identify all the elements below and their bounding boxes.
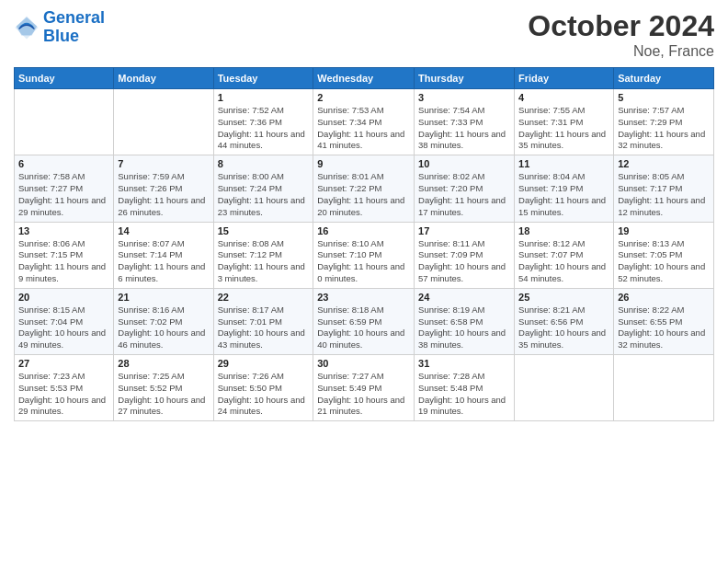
day-number: 8 xyxy=(218,158,310,169)
day-info: Sunrise: 7:28 AM Sunset: 5:48 PM Dayligh… xyxy=(418,371,510,418)
calendar-cell: 24Sunrise: 8:19 AM Sunset: 6:58 PM Dayli… xyxy=(415,288,515,354)
page: General Blue October 2024 Noe, France Su… xyxy=(0,0,728,563)
weekday-header-row: SundayMondayTuesdayWednesdayThursdayFrid… xyxy=(15,68,714,89)
calendar-cell: 15Sunrise: 8:08 AM Sunset: 7:12 PM Dayli… xyxy=(213,222,313,288)
calendar-cell xyxy=(614,355,714,421)
month-title: October 2024 xyxy=(528,9,714,43)
svg-marker-1 xyxy=(17,17,37,36)
day-info: Sunrise: 8:12 AM Sunset: 7:07 PM Dayligh… xyxy=(518,238,609,285)
calendar-cell: 7Sunrise: 7:59 AM Sunset: 7:26 PM Daylig… xyxy=(114,155,213,222)
calendar-cell: 9Sunrise: 8:01 AM Sunset: 7:22 PM Daylig… xyxy=(313,155,415,222)
calendar-cell: 12Sunrise: 8:05 AM Sunset: 7:17 PM Dayli… xyxy=(614,155,714,222)
logo: General Blue xyxy=(14,9,105,46)
day-info: Sunrise: 8:19 AM Sunset: 6:58 PM Dayligh… xyxy=(418,304,510,351)
day-number: 31 xyxy=(418,358,510,369)
week-row-4: 27Sunrise: 7:23 AM Sunset: 5:53 PM Dayli… xyxy=(15,355,714,421)
calendar-cell: 26Sunrise: 8:22 AM Sunset: 6:55 PM Dayli… xyxy=(614,288,714,354)
day-info: Sunrise: 8:22 AM Sunset: 6:55 PM Dayligh… xyxy=(618,304,710,351)
week-row-0: 1Sunrise: 7:52 AM Sunset: 7:36 PM Daylig… xyxy=(15,89,714,155)
week-row-3: 20Sunrise: 8:15 AM Sunset: 7:04 PM Dayli… xyxy=(15,288,714,354)
calendar: SundayMondayTuesdayWednesdayThursdayFrid… xyxy=(14,67,714,421)
day-info: Sunrise: 8:08 AM Sunset: 7:12 PM Dayligh… xyxy=(218,238,310,285)
day-number: 17 xyxy=(418,225,510,236)
day-number: 4 xyxy=(518,92,609,103)
day-info: Sunrise: 8:05 AM Sunset: 7:17 PM Dayligh… xyxy=(618,171,710,218)
day-number: 20 xyxy=(18,292,109,303)
day-number: 16 xyxy=(317,225,410,236)
day-info: Sunrise: 8:17 AM Sunset: 7:01 PM Dayligh… xyxy=(218,304,310,351)
day-number: 26 xyxy=(618,292,710,303)
calendar-cell: 4Sunrise: 7:55 AM Sunset: 7:31 PM Daylig… xyxy=(515,89,614,155)
calendar-cell: 21Sunrise: 8:16 AM Sunset: 7:02 PM Dayli… xyxy=(114,288,213,354)
day-number: 25 xyxy=(518,292,609,303)
calendar-cell: 22Sunrise: 8:17 AM Sunset: 7:01 PM Dayli… xyxy=(213,288,313,354)
week-row-1: 6Sunrise: 7:58 AM Sunset: 7:27 PM Daylig… xyxy=(15,155,714,222)
calendar-cell: 5Sunrise: 7:57 AM Sunset: 7:29 PM Daylig… xyxy=(614,89,714,155)
day-info: Sunrise: 8:15 AM Sunset: 7:04 PM Dayligh… xyxy=(18,304,109,351)
day-info: Sunrise: 8:02 AM Sunset: 7:20 PM Dayligh… xyxy=(418,171,510,218)
week-row-2: 13Sunrise: 8:06 AM Sunset: 7:15 PM Dayli… xyxy=(15,222,714,288)
day-info: Sunrise: 8:11 AM Sunset: 7:09 PM Dayligh… xyxy=(418,238,510,285)
day-number: 1 xyxy=(218,92,310,103)
calendar-cell xyxy=(515,355,614,421)
day-number: 2 xyxy=(317,92,410,103)
location: Noe, France xyxy=(528,43,714,60)
day-number: 10 xyxy=(418,158,510,169)
weekday-header-saturday: Saturday xyxy=(614,68,714,89)
calendar-cell: 18Sunrise: 8:12 AM Sunset: 7:07 PM Dayli… xyxy=(515,222,614,288)
logo-icon xyxy=(14,15,40,40)
day-info: Sunrise: 8:04 AM Sunset: 7:19 PM Dayligh… xyxy=(518,171,609,218)
calendar-cell: 13Sunrise: 8:06 AM Sunset: 7:15 PM Dayli… xyxy=(15,222,114,288)
calendar-cell: 28Sunrise: 7:25 AM Sunset: 5:52 PM Dayli… xyxy=(114,355,213,421)
calendar-cell: 30Sunrise: 7:27 AM Sunset: 5:49 PM Dayli… xyxy=(313,355,415,421)
header: General Blue October 2024 Noe, France xyxy=(14,9,714,60)
day-info: Sunrise: 7:52 AM Sunset: 7:36 PM Dayligh… xyxy=(218,105,310,152)
day-info: Sunrise: 7:23 AM Sunset: 5:53 PM Dayligh… xyxy=(18,371,109,418)
calendar-cell xyxy=(15,89,114,155)
weekday-header-monday: Monday xyxy=(114,68,213,89)
day-info: Sunrise: 8:18 AM Sunset: 6:59 PM Dayligh… xyxy=(317,304,410,351)
calendar-cell: 29Sunrise: 7:26 AM Sunset: 5:50 PM Dayli… xyxy=(213,355,313,421)
calendar-cell: 27Sunrise: 7:23 AM Sunset: 5:53 PM Dayli… xyxy=(15,355,114,421)
day-info: Sunrise: 8:00 AM Sunset: 7:24 PM Dayligh… xyxy=(218,171,310,218)
day-number: 9 xyxy=(317,158,410,169)
day-info: Sunrise: 8:21 AM Sunset: 6:56 PM Dayligh… xyxy=(518,304,609,351)
day-number: 28 xyxy=(118,358,209,369)
calendar-cell: 20Sunrise: 8:15 AM Sunset: 7:04 PM Dayli… xyxy=(15,288,114,354)
day-info: Sunrise: 7:26 AM Sunset: 5:50 PM Dayligh… xyxy=(218,371,310,418)
calendar-cell: 8Sunrise: 8:00 AM Sunset: 7:24 PM Daylig… xyxy=(213,155,313,222)
calendar-cell: 25Sunrise: 8:21 AM Sunset: 6:56 PM Dayli… xyxy=(515,288,614,354)
day-number: 3 xyxy=(418,92,510,103)
day-info: Sunrise: 7:54 AM Sunset: 7:33 PM Dayligh… xyxy=(418,105,510,152)
calendar-cell xyxy=(114,89,213,155)
calendar-cell: 1Sunrise: 7:52 AM Sunset: 7:36 PM Daylig… xyxy=(213,89,313,155)
day-number: 19 xyxy=(618,225,710,236)
day-number: 12 xyxy=(618,158,710,169)
day-info: Sunrise: 7:27 AM Sunset: 5:49 PM Dayligh… xyxy=(317,371,410,418)
day-info: Sunrise: 7:57 AM Sunset: 7:29 PM Dayligh… xyxy=(618,105,710,152)
day-number: 11 xyxy=(518,158,609,169)
calendar-cell: 14Sunrise: 8:07 AM Sunset: 7:14 PM Dayli… xyxy=(114,222,213,288)
day-info: Sunrise: 8:07 AM Sunset: 7:14 PM Dayligh… xyxy=(118,238,209,285)
day-info: Sunrise: 8:13 AM Sunset: 7:05 PM Dayligh… xyxy=(618,238,710,285)
day-number: 21 xyxy=(118,292,209,303)
day-info: Sunrise: 7:55 AM Sunset: 7:31 PM Dayligh… xyxy=(518,105,609,152)
day-number: 24 xyxy=(418,292,510,303)
day-number: 30 xyxy=(317,358,410,369)
weekday-header-friday: Friday xyxy=(515,68,614,89)
day-info: Sunrise: 7:53 AM Sunset: 7:34 PM Dayligh… xyxy=(317,105,410,152)
weekday-header-tuesday: Tuesday xyxy=(213,68,313,89)
day-number: 15 xyxy=(218,225,310,236)
day-number: 23 xyxy=(317,292,410,303)
day-info: Sunrise: 7:25 AM Sunset: 5:52 PM Dayligh… xyxy=(118,371,209,418)
day-info: Sunrise: 7:58 AM Sunset: 7:27 PM Dayligh… xyxy=(18,171,109,218)
day-number: 27 xyxy=(18,358,109,369)
logo-text: General Blue xyxy=(43,9,105,46)
calendar-cell: 6Sunrise: 7:58 AM Sunset: 7:27 PM Daylig… xyxy=(15,155,114,222)
calendar-cell: 3Sunrise: 7:54 AM Sunset: 7:33 PM Daylig… xyxy=(415,89,515,155)
day-number: 29 xyxy=(218,358,310,369)
day-info: Sunrise: 8:10 AM Sunset: 7:10 PM Dayligh… xyxy=(317,238,410,285)
calendar-cell: 2Sunrise: 7:53 AM Sunset: 7:34 PM Daylig… xyxy=(313,89,415,155)
day-number: 18 xyxy=(518,225,609,236)
calendar-cell: 16Sunrise: 8:10 AM Sunset: 7:10 PM Dayli… xyxy=(313,222,415,288)
